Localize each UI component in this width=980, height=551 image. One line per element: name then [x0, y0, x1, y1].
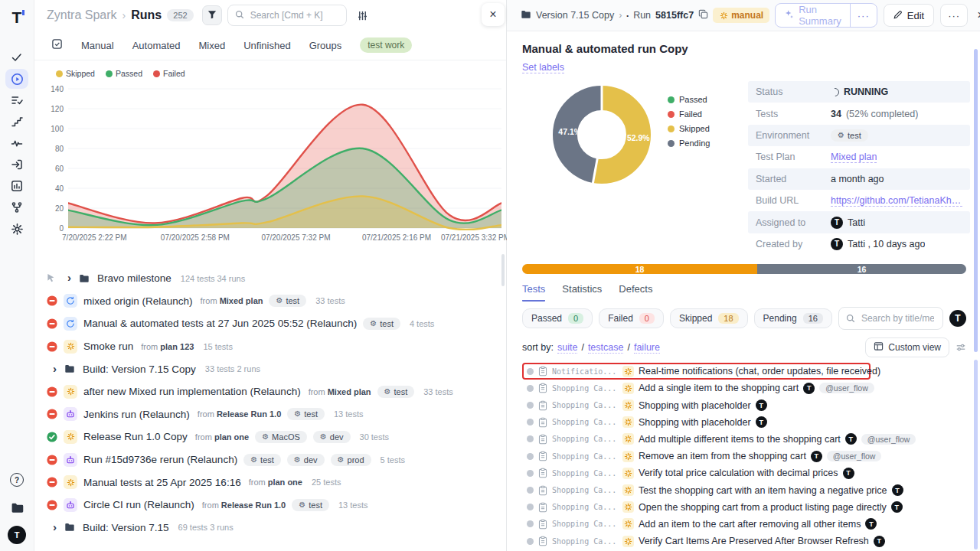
breadcrumb-folder[interactable]: Version 7.15 Copy [536, 10, 614, 21]
nav-item-check[interactable] [5, 47, 28, 67]
more-actions-button[interactable]: ··· [940, 4, 968, 27]
sort-by-failure[interactable]: failure [634, 342, 660, 354]
nav-item-account[interactable]: T [5, 525, 28, 545]
test-row[interactable]: Shopping Ca...Verify total price calcula… [522, 465, 966, 481]
filter-pill-skipped[interactable]: Skipped18 [670, 308, 748, 328]
run-kind-manual-icon [64, 385, 77, 399]
test-row[interactable]: Shopping Ca...Add multiple different ite… [522, 431, 966, 448]
nav-item-help[interactable]: ? [5, 470, 28, 490]
run-row[interactable]: Run #15d9736e rerun (Relaunch)⚙test⚙dev⚙… [34, 448, 506, 471]
custom-view-button[interactable]: Custom view [865, 337, 949, 357]
donut-legend-pending: Pending [668, 139, 710, 148]
edit-button[interactable]: Edit [884, 4, 934, 27]
run-row[interactable]: Release Run 1.0 Copyfrom plan one⚙MacOS⚙… [34, 425, 506, 448]
chevron-right-icon[interactable]: › [67, 271, 71, 284]
filter-pill-pending[interactable]: Pending16 [754, 308, 832, 328]
legend-item-failed: Failed [153, 69, 185, 78]
runs-scrollbar[interactable] [501, 254, 505, 286]
tab-mixed[interactable]: Mixed [199, 40, 226, 51]
run-plan-link[interactable]: Mixed plan [220, 296, 263, 305]
tab-automated[interactable]: Automated [132, 40, 181, 51]
nav-item-import[interactable] [5, 155, 28, 174]
sort-by-suite[interactable]: suite [557, 342, 577, 354]
column-settings-icon[interactable] [357, 10, 368, 21]
tab-groups[interactable]: Groups [309, 40, 342, 51]
runs-header: Zyntra Spark › Runs 252 [34, 0, 506, 31]
run-row[interactable]: Manual tests at 25 Apr 2025 16:16from pl… [34, 471, 506, 494]
nav-item-analytics[interactable] [5, 176, 28, 196]
nav-item-stairs[interactable] [5, 112, 28, 132]
test-row[interactable]: Shopping Ca...Open the shopping cart fro… [522, 499, 966, 516]
runs-search-input[interactable] [249, 9, 339, 21]
run-plan-link[interactable]: plan 123 [160, 342, 194, 351]
detail-link[interactable]: Mixed plan [831, 152, 877, 163]
detail-value[interactable]: Mixed plan [831, 152, 877, 163]
nav-item-activity[interactable] [5, 133, 28, 153]
select-runs-icon[interactable] [51, 38, 63, 53]
sort-row: sort by: suite / testcase / failure Cust… [522, 337, 966, 357]
view-settings-icon[interactable] [956, 342, 966, 353]
run-summary-main[interactable]: Run Summary [776, 4, 850, 27]
run-plan-link[interactable]: plan one [268, 478, 302, 487]
saved-filter-chip[interactable]: test work [360, 37, 412, 53]
test-row[interactable]: Shopping Ca...Shopping with placeholderT [522, 397, 966, 414]
run-plan-link[interactable]: plan one [214, 432, 249, 442]
test-row[interactable]: Shopping Ca...Shopping with placeholderT [522, 414, 966, 431]
copy-icon[interactable] [698, 9, 708, 21]
run-row[interactable]: after new Mixed run implementation (Rela… [34, 380, 506, 403]
tests-search-input[interactable] [860, 312, 936, 324]
run-row[interactable]: Circle CI run (Relaunch)from Release Run… [34, 494, 506, 517]
chevron-right-icon[interactable]: › [53, 362, 57, 375]
breadcrumb-project[interactable]: Zyntra Spark [47, 8, 117, 22]
app-logo[interactable]: T [12, 6, 22, 28]
run-plan-link[interactable]: Release Run 1.0 [217, 409, 281, 419]
chevron-right-icon[interactable]: › [53, 520, 57, 533]
test-row[interactable]: Shopping Ca...Remove an item from the sh… [522, 448, 966, 465]
tab-unfinished[interactable]: Unfinished [243, 40, 290, 51]
run-row[interactable]: Manual & automated tests at 27 Jun 2025 … [34, 312, 506, 335]
filter-pill-passed[interactable]: Passed0 [522, 308, 593, 328]
detail-scrollbar-top[interactable] [974, 49, 978, 352]
y-axis-tick: 20 [34, 204, 64, 213]
nav-item-branch[interactable] [5, 197, 28, 217]
run-summary-more-button[interactable]: ··· [850, 4, 877, 27]
run-row[interactable]: mixed origin (Relaunch)from Mixed plan⚙t… [34, 290, 506, 313]
detail-label: Created by [756, 239, 831, 249]
set-labels-link[interactable]: Set labels [522, 62, 564, 73]
sort-by-testcase[interactable]: testcase [588, 342, 624, 354]
tests-search[interactable] [838, 307, 943, 330]
nav-item-settings[interactable] [5, 219, 28, 239]
run-row[interactable]: Jenkins run (Relaunch)from Release Run 1… [34, 403, 506, 426]
close-runs-panel-button[interactable]: × [482, 3, 505, 26]
run-title: Manual & automated tests at 27 Jun 2025 … [83, 318, 357, 329]
runs-folder-row[interactable]: ›Build: Version 7.15 Copy33 tests 2 runs [34, 357, 506, 380]
test-row[interactable]: Shopping Ca...Verify Cart Items Are Pres… [522, 533, 966, 549]
test-row[interactable]: Shopping Ca...Test the shopping cart wit… [522, 481, 966, 498]
close-detail-button[interactable]: × [974, 8, 980, 23]
run-row[interactable]: Smoke runfrom plan 12315 tests [34, 335, 506, 358]
runs-folder-row[interactable]: ›Build: Version 7.1569 tests 3 runs [34, 517, 506, 540]
tab-defects[interactable]: Defects [619, 283, 652, 302]
detail-link[interactable]: https://github.com/TetianaKhomen... [831, 195, 962, 207]
runs-search[interactable] [227, 5, 347, 26]
legend-dot-icon [668, 111, 675, 118]
manual-spark-icon [622, 366, 634, 377]
assignee-filter-avatar[interactable]: T [949, 310, 966, 327]
detail-value[interactable]: https://github.com/TetianaKhomen... [831, 195, 962, 207]
tab-tests[interactable]: Tests [522, 283, 545, 302]
tab-manual[interactable]: Manual [81, 40, 114, 51]
run-plan-link[interactable]: Release Run 1.0 [221, 500, 286, 510]
filter-pill-failed[interactable]: Failed0 [599, 308, 664, 328]
runs-play-icon [11, 73, 24, 86]
test-row[interactable]: Notificatio...Real-time notifications (c… [522, 363, 871, 380]
test-row[interactable]: Shopping Ca...Add a single item to the s… [522, 380, 966, 396]
tab-statistics[interactable]: Statistics [562, 283, 602, 302]
filter-button[interactable] [202, 5, 222, 25]
nav-item-list-check[interactable] [5, 90, 28, 110]
nav-item-runs-play[interactable] [5, 69, 28, 89]
nav-item-projects-folder[interactable] [5, 497, 28, 517]
runs-folder-row[interactable]: ›Bravo milestone124 tests 34 runs [34, 267, 506, 290]
test-row[interactable]: Shopping Ca...Add an item to the cart af… [522, 516, 966, 533]
detail-scrollbar-bottom[interactable] [974, 360, 978, 549]
run-plan-link[interactable]: Mixed plan [328, 387, 371, 396]
